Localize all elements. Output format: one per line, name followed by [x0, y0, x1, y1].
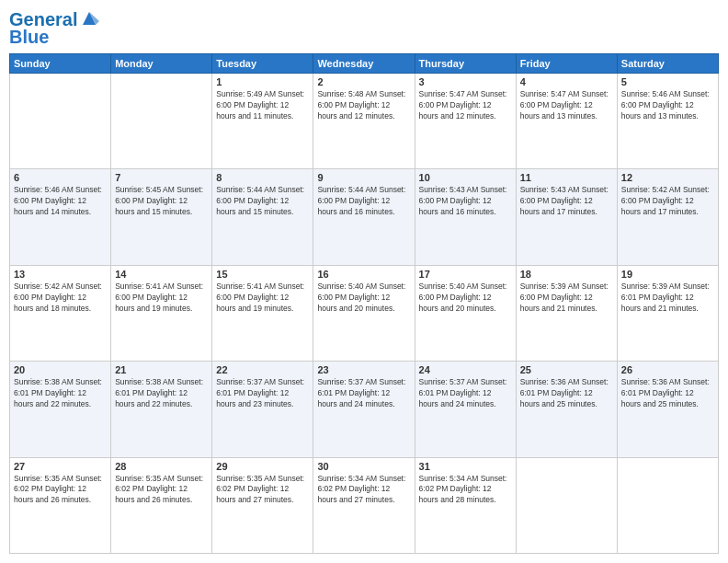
calendar-cell: 12Sunrise: 5:42 AM Sunset: 6:00 PM Dayli… [617, 169, 718, 265]
day-info: Sunrise: 5:38 AM Sunset: 6:01 PM Dayligh… [14, 377, 107, 410]
calendar-cell: 1Sunrise: 5:49 AM Sunset: 6:00 PM Daylig… [212, 74, 313, 169]
calendar-cell: 6Sunrise: 5:46 AM Sunset: 6:00 PM Daylig… [10, 169, 111, 265]
calendar-cell: 31Sunrise: 5:34 AM Sunset: 6:02 PM Dayli… [415, 457, 516, 553]
weekday-header: Sunday [10, 54, 111, 74]
calendar-cell: 10Sunrise: 5:43 AM Sunset: 6:00 PM Dayli… [415, 169, 516, 265]
day-info: Sunrise: 5:37 AM Sunset: 6:01 PM Dayligh… [216, 377, 309, 410]
calendar-cell: 22Sunrise: 5:37 AM Sunset: 6:01 PM Dayli… [212, 362, 313, 457]
day-number: 4 [520, 76, 613, 87]
calendar-cell: 18Sunrise: 5:39 AM Sunset: 6:00 PM Dayli… [516, 265, 617, 361]
day-info: Sunrise: 5:39 AM Sunset: 6:00 PM Dayligh… [520, 282, 613, 315]
calendar-cell: 16Sunrise: 5:40 AM Sunset: 6:00 PM Dayli… [313, 265, 415, 361]
day-number: 29 [216, 461, 309, 472]
calendar-cell: 4Sunrise: 5:47 AM Sunset: 6:00 PM Daylig… [516, 74, 617, 169]
day-number: 11 [520, 172, 613, 183]
day-info: Sunrise: 5:48 AM Sunset: 6:00 PM Dayligh… [317, 89, 410, 122]
day-number: 6 [14, 172, 107, 183]
calendar-cell: 15Sunrise: 5:41 AM Sunset: 6:00 PM Dayli… [212, 265, 313, 361]
calendar-cell: 7Sunrise: 5:45 AM Sunset: 6:00 PM Daylig… [111, 169, 212, 265]
day-info: Sunrise: 5:35 AM Sunset: 6:02 PM Dayligh… [115, 474, 208, 507]
calendar-cell: 14Sunrise: 5:41 AM Sunset: 6:00 PM Dayli… [111, 265, 212, 361]
weekday-header: Monday [111, 54, 212, 74]
calendar-week-row: 13Sunrise: 5:42 AM Sunset: 6:00 PM Dayli… [10, 265, 719, 361]
day-info: Sunrise: 5:34 AM Sunset: 6:02 PM Dayligh… [317, 474, 410, 507]
day-info: Sunrise: 5:37 AM Sunset: 6:01 PM Dayligh… [419, 377, 512, 410]
day-number: 3 [419, 76, 512, 87]
day-info: Sunrise: 5:34 AM Sunset: 6:02 PM Dayligh… [419, 474, 512, 507]
day-info: Sunrise: 5:44 AM Sunset: 6:00 PM Dayligh… [317, 185, 410, 218]
day-number: 20 [14, 364, 107, 375]
day-info: Sunrise: 5:45 AM Sunset: 6:00 PM Dayligh… [115, 185, 208, 218]
day-info: Sunrise: 5:44 AM Sunset: 6:00 PM Dayligh… [216, 185, 309, 218]
calendar-cell: 2Sunrise: 5:48 AM Sunset: 6:00 PM Daylig… [313, 74, 415, 169]
day-number: 2 [317, 76, 410, 87]
day-info: Sunrise: 5:40 AM Sunset: 6:00 PM Dayligh… [317, 282, 410, 315]
day-number: 26 [621, 364, 714, 375]
calendar-header-row: SundayMondayTuesdayWednesdayThursdayFrid… [10, 54, 719, 74]
day-number: 27 [14, 461, 107, 472]
calendar-cell: 8Sunrise: 5:44 AM Sunset: 6:00 PM Daylig… [212, 169, 313, 265]
day-info: Sunrise: 5:39 AM Sunset: 6:01 PM Dayligh… [621, 282, 714, 315]
calendar-cell: 11Sunrise: 5:43 AM Sunset: 6:00 PM Dayli… [516, 169, 617, 265]
calendar-cell [617, 457, 718, 553]
calendar-cell: 13Sunrise: 5:42 AM Sunset: 6:00 PM Dayli… [10, 265, 111, 361]
day-number: 31 [419, 461, 512, 472]
day-number: 14 [115, 269, 208, 280]
calendar-cell: 23Sunrise: 5:37 AM Sunset: 6:01 PM Dayli… [313, 362, 415, 457]
weekday-header: Friday [516, 54, 617, 74]
day-number: 5 [621, 76, 714, 87]
logo-icon [79, 8, 99, 29]
calendar-week-row: 1Sunrise: 5:49 AM Sunset: 6:00 PM Daylig… [10, 74, 719, 169]
calendar-cell: 17Sunrise: 5:40 AM Sunset: 6:00 PM Dayli… [415, 265, 516, 361]
day-info: Sunrise: 5:41 AM Sunset: 6:00 PM Dayligh… [216, 282, 309, 315]
day-number: 1 [216, 76, 309, 87]
day-number: 18 [520, 269, 613, 280]
day-number: 13 [14, 269, 107, 280]
weekday-header: Saturday [617, 54, 718, 74]
day-number: 16 [317, 269, 410, 280]
calendar-week-row: 27Sunrise: 5:35 AM Sunset: 6:02 PM Dayli… [10, 457, 719, 553]
calendar-week-row: 6Sunrise: 5:46 AM Sunset: 6:00 PM Daylig… [10, 169, 719, 265]
calendar-cell: 21Sunrise: 5:38 AM Sunset: 6:01 PM Dayli… [111, 362, 212, 457]
day-number: 7 [115, 172, 208, 183]
calendar-cell: 3Sunrise: 5:47 AM Sunset: 6:00 PM Daylig… [415, 74, 516, 169]
day-info: Sunrise: 5:47 AM Sunset: 6:00 PM Dayligh… [520, 89, 613, 122]
calendar-cell: 27Sunrise: 5:35 AM Sunset: 6:02 PM Dayli… [10, 457, 111, 553]
day-number: 23 [317, 364, 410, 375]
calendar-cell [111, 74, 212, 169]
day-number: 25 [520, 364, 613, 375]
day-number: 8 [216, 172, 309, 183]
logo: General Blue [9, 9, 99, 48]
weekday-header: Tuesday [212, 54, 313, 74]
page: General Blue SundayMondayTuesdayWednesda… [0, 0, 728, 563]
day-number: 12 [621, 172, 714, 183]
day-info: Sunrise: 5:47 AM Sunset: 6:00 PM Dayligh… [419, 89, 512, 122]
weekday-header: Wednesday [313, 54, 415, 74]
day-number: 10 [419, 172, 512, 183]
day-info: Sunrise: 5:42 AM Sunset: 6:00 PM Dayligh… [14, 282, 107, 315]
calendar-cell: 30Sunrise: 5:34 AM Sunset: 6:02 PM Dayli… [313, 457, 415, 553]
day-info: Sunrise: 5:41 AM Sunset: 6:00 PM Dayligh… [115, 282, 208, 315]
day-info: Sunrise: 5:36 AM Sunset: 6:01 PM Dayligh… [520, 377, 613, 410]
calendar-cell [516, 457, 617, 553]
day-number: 19 [621, 269, 714, 280]
calendar-cell: 9Sunrise: 5:44 AM Sunset: 6:00 PM Daylig… [313, 169, 415, 265]
day-info: Sunrise: 5:36 AM Sunset: 6:01 PM Dayligh… [621, 377, 714, 410]
day-number: 15 [216, 269, 309, 280]
day-info: Sunrise: 5:43 AM Sunset: 6:00 PM Dayligh… [520, 185, 613, 218]
day-number: 30 [317, 461, 410, 472]
day-number: 28 [115, 461, 208, 472]
calendar-table: SundayMondayTuesdayWednesdayThursdayFrid… [9, 53, 719, 554]
calendar-cell: 26Sunrise: 5:36 AM Sunset: 6:01 PM Dayli… [617, 362, 718, 457]
day-number: 9 [317, 172, 410, 183]
day-info: Sunrise: 5:35 AM Sunset: 6:02 PM Dayligh… [14, 474, 107, 507]
day-number: 22 [216, 364, 309, 375]
calendar-cell [10, 74, 111, 169]
day-info: Sunrise: 5:40 AM Sunset: 6:00 PM Dayligh… [419, 282, 512, 315]
calendar-cell: 19Sunrise: 5:39 AM Sunset: 6:01 PM Dayli… [617, 265, 718, 361]
weekday-header: Thursday [415, 54, 516, 74]
day-info: Sunrise: 5:46 AM Sunset: 6:00 PM Dayligh… [14, 185, 107, 218]
day-number: 24 [419, 364, 512, 375]
day-info: Sunrise: 5:38 AM Sunset: 6:01 PM Dayligh… [115, 377, 208, 410]
day-number: 17 [419, 269, 512, 280]
